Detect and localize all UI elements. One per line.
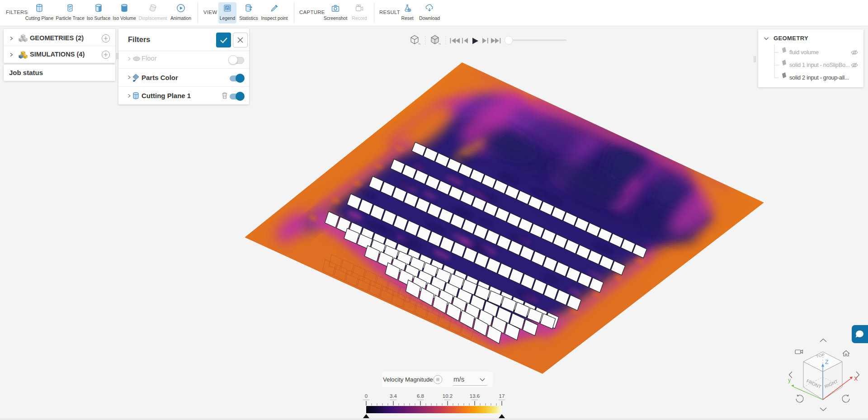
svg-text:y: y (788, 377, 791, 383)
svg-text:Z: Z (825, 359, 829, 365)
